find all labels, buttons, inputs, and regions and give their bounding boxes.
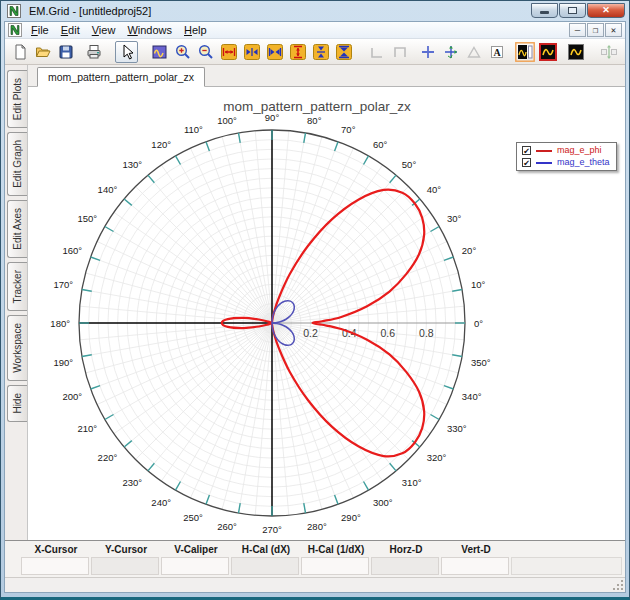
document-icon [8, 23, 22, 37]
save-icon [57, 43, 75, 61]
angle-label: 130° [123, 159, 143, 170]
plot-window-button[interactable] [564, 41, 587, 63]
tracker-headers: X-CursorY-CursorV-CaliperH-Cal (dX)H-Cal… [5, 541, 625, 557]
caption-buttons: ✕ [531, 5, 625, 18]
pointer-icon [118, 43, 136, 61]
angle-label: 70° [341, 124, 356, 135]
legend-row: ✔mag_e_theta [522, 158, 611, 167]
angle-label: 80° [307, 115, 322, 126]
document-tab[interactable]: mom_pattern_pattern_polar_zx [37, 67, 205, 87]
mdi-restore-button[interactable]: ❐ [587, 23, 604, 37]
legend-checkbox[interactable]: ✔ [522, 146, 531, 155]
client-area: mom_pattern_pattern_polar_zx 0°10°20°30°… [27, 65, 625, 540]
shrink-vertical-icon [335, 43, 353, 61]
chart-title: mom_pattern_pattern_polar_zx [223, 99, 411, 114]
fit-height-button[interactable] [286, 41, 309, 63]
angle-label: 10° [471, 279, 486, 290]
tracker-value-cell [371, 557, 439, 575]
axes-marker-icon [442, 43, 460, 61]
axes-marker-button[interactable] [439, 41, 462, 63]
zoom-out-button[interactable] [194, 41, 217, 63]
app-window: EM.Grid - [untitledproj52] ✕ FileEditVie… [0, 0, 630, 600]
app-icon [7, 4, 21, 18]
sidebar-tab-workspace[interactable]: Workspace [7, 315, 27, 381]
main-content: Edit PlotsEdit GraphEdit AxesTrackerWork… [5, 65, 625, 540]
sidebar-tab-edit-graph[interactable]: Edit Graph [7, 132, 27, 196]
angle-label: 340° [462, 391, 482, 402]
maximize-icon [568, 7, 577, 14]
shrink-horizontal-button[interactable] [263, 41, 286, 63]
tracker-value-cell [161, 557, 229, 575]
menu-item-help[interactable]: Help [178, 23, 213, 37]
new-document-button[interactable] [8, 41, 31, 63]
expand-horizontal-button[interactable] [240, 41, 263, 63]
corner-lower-button[interactable] [365, 41, 388, 63]
menu-item-view[interactable]: View [86, 23, 122, 37]
status-bar [5, 577, 625, 592]
menu-item-windows[interactable]: Windows [121, 23, 178, 37]
tracker-value-cell [91, 557, 159, 575]
open-file-button[interactable] [31, 41, 54, 63]
angle-label: 0° [474, 318, 483, 329]
distribute-vertical-button[interactable] [597, 41, 620, 63]
close-button[interactable]: ✕ [587, 3, 625, 18]
legend-checkbox[interactable]: ✔ [522, 158, 531, 167]
toolbar: A Layou [5, 39, 625, 65]
angle-label: 280° [307, 521, 327, 532]
shrink-horizontal-icon [266, 43, 284, 61]
tracker-column-header: X-Cursor [21, 544, 91, 555]
maximize-button[interactable] [559, 3, 586, 18]
angle-label: 120° [151, 139, 171, 150]
sidebar-tab-edit-axes[interactable]: Edit Axes [7, 200, 27, 258]
angle-label: 180° [50, 318, 70, 329]
plot-window-active-button[interactable] [536, 41, 559, 63]
angle-label: 170° [53, 279, 73, 290]
plot-strip-icon [515, 42, 535, 62]
tracker-value-cell [231, 557, 299, 575]
cross-marker-icon [419, 43, 437, 61]
plot-strip-button[interactable] [513, 41, 536, 63]
title-bar: EM.Grid - [untitledproj52] ✕ [1, 1, 629, 21]
plot-window-icon [566, 42, 586, 62]
save-button[interactable] [54, 41, 77, 63]
cross-marker-button[interactable] [416, 41, 439, 63]
text-label-button[interactable]: A [485, 41, 508, 63]
angle-label: 260° [217, 521, 237, 532]
tracker-value-cell [301, 557, 369, 575]
expand-vertical-button[interactable] [309, 41, 332, 63]
angle-label: 40° [427, 184, 442, 195]
angle-label: 210° [77, 423, 97, 434]
menu-bar: FileEditViewWindowsHelp – ❐ ✕ [5, 22, 625, 39]
triangle-marker-button[interactable] [462, 41, 485, 63]
sidebar-tab-hide[interactable]: Hide [7, 385, 27, 422]
menu-item-file[interactable]: File [25, 23, 55, 37]
mdi-minimize-button[interactable]: – [569, 23, 586, 37]
angle-label: 20° [462, 245, 477, 256]
zoom-window-icon [151, 43, 169, 61]
resize-grip-icon[interactable] [612, 579, 624, 591]
minimize-button[interactable] [531, 3, 558, 18]
print-button[interactable] [82, 41, 105, 63]
zoom-in-button[interactable] [171, 41, 194, 63]
fit-width-button[interactable] [217, 41, 240, 63]
menu-item-edit[interactable]: Edit [55, 23, 86, 37]
zoom-out-icon [197, 43, 215, 61]
corner-upper-button[interactable] [388, 41, 411, 63]
tracker-cells [5, 557, 625, 577]
legend-line-swatch [536, 150, 552, 152]
mdi-close-button[interactable]: ✕ [605, 23, 622, 37]
text-label-icon: A [488, 43, 506, 61]
zoom-window-button[interactable] [148, 41, 171, 63]
sidebar-tab-tracker[interactable]: Tracker [7, 262, 27, 312]
document-tabstrip: mom_pattern_pattern_polar_zx [28, 65, 625, 87]
tracker-column-header: Vert-D [441, 544, 511, 555]
plot-area[interactable]: 0°10°20°30°40°50°60°70°80°90°100°110°120… [28, 87, 625, 540]
tracker-column-header: H-Cal (dX) [231, 544, 301, 555]
legend-label: mag_e_theta [557, 158, 610, 167]
angle-label: 290° [341, 512, 361, 523]
pointer-tool-button[interactable] [115, 41, 138, 63]
shrink-vertical-button[interactable] [332, 41, 355, 63]
chart-legend: ✔mag_e_phi✔mag_e_theta [516, 142, 617, 171]
sidebar-tab-edit-plots[interactable]: Edit Plots [7, 70, 27, 128]
new-document-icon [11, 43, 29, 61]
